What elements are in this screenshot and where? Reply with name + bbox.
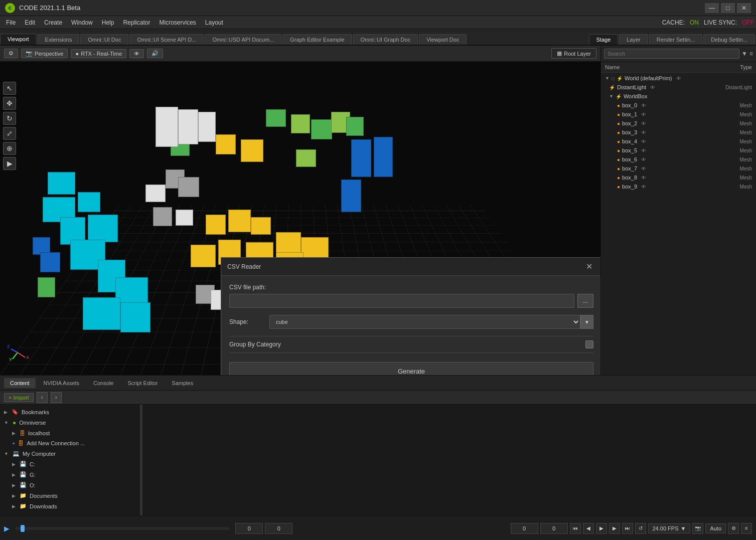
- next-btn[interactable]: ▶: [609, 523, 620, 534]
- import-button[interactable]: + Import: [4, 393, 34, 402]
- prev-frame-btn[interactable]: ⏮: [570, 523, 581, 534]
- stage-tab-debug[interactable]: Debug Settin...: [703, 34, 755, 45]
- menu-layout[interactable]: Layout: [201, 18, 227, 27]
- tree-item-worldbox[interactable]: ▼ ⚡ WorldBox: [601, 92, 756, 101]
- select-tool[interactable]: ↖: [3, 82, 16, 95]
- ft-bookmarks[interactable]: ▶ 🔖 Bookmarks: [0, 407, 140, 417]
- move-tool[interactable]: ✥: [3, 97, 16, 110]
- tab-omniusd[interactable]: Omni::USD API Docum...: [205, 34, 281, 45]
- tree-eye-box9[interactable]: 👁: [641, 184, 646, 190]
- expand-omniverse[interactable]: ▼: [4, 420, 9, 425]
- bottom-tab-content[interactable]: Content: [4, 378, 36, 388]
- timeline-start-input[interactable]: [235, 523, 263, 534]
- close-button[interactable]: ✕: [737, 3, 751, 13]
- expand-localhost[interactable]: ▶: [12, 431, 16, 436]
- bottom-tab-nvidia[interactable]: NVIDIA Assets: [38, 378, 86, 388]
- stage-tab-render[interactable]: Render Settin...: [649, 34, 702, 45]
- csv-path-input[interactable]: [229, 294, 574, 308]
- menu-create[interactable]: Create: [40, 18, 66, 27]
- bottom-tab-samples[interactable]: Samples: [166, 378, 199, 388]
- tree-item-box8[interactable]: ● box_8 👁 Mesh: [601, 173, 756, 182]
- tree-item-box2[interactable]: ● box_2 👁 Mesh: [601, 119, 756, 128]
- gizmo-tool[interactable]: ⊕: [3, 142, 16, 155]
- viewport-extra-btn[interactable]: 👁: [129, 49, 144, 58]
- search-filter-icon[interactable]: ▼: [741, 50, 747, 57]
- tree-eye-box1[interactable]: 👁: [641, 112, 646, 117]
- tree-item-box7[interactable]: ● box_7 👁 Mesh: [601, 164, 756, 173]
- tree-eye-box0[interactable]: 👁: [641, 103, 646, 108]
- bottom-tab-console[interactable]: Console: [87, 378, 119, 388]
- timeline-settings-btn[interactable]: ⚙: [728, 523, 739, 534]
- expand-mycomputer[interactable]: ▼: [4, 451, 9, 456]
- timeline-mid1-input[interactable]: [265, 523, 292, 534]
- ft-mycomputer[interactable]: ▼ 💻 My Computer: [0, 448, 140, 459]
- tab-omniscene[interactable]: Omni::UI Scene API D...: [129, 34, 204, 45]
- menu-edit[interactable]: Edit: [21, 18, 39, 27]
- tree-expand-world[interactable]: ▼: [605, 76, 610, 81]
- prev-btn[interactable]: ◀: [583, 523, 594, 534]
- menu-help[interactable]: Help: [98, 18, 118, 27]
- tree-item-world[interactable]: ▼ □ ⚡ World (defaultPrim) 👁: [601, 74, 756, 83]
- camera-sync-btn[interactable]: 📷: [692, 523, 703, 534]
- tree-eye-distantlight[interactable]: 👁: [650, 85, 655, 90]
- csv-browse-button[interactable]: ...: [577, 294, 593, 308]
- tree-eye-box5[interactable]: 👁: [641, 148, 646, 153]
- loop-btn[interactable]: ↺: [635, 523, 646, 534]
- ft-localhost[interactable]: ▶ 🗄 localhost: [0, 428, 140, 438]
- tree-item-box3[interactable]: ● box_3 👁 Mesh: [601, 128, 756, 137]
- nav-forward-button[interactable]: ›: [51, 392, 62, 403]
- expand-o[interactable]: ▶: [12, 483, 16, 488]
- tree-eye-box8[interactable]: 👁: [641, 175, 646, 181]
- rotate-tool[interactable]: ↻: [3, 112, 16, 125]
- tree-eye-box4[interactable]: 👁: [641, 139, 646, 144]
- expand-g[interactable]: ▶: [12, 472, 16, 477]
- tab-graph-editor[interactable]: Graph Editor Example: [282, 34, 352, 45]
- tree-item-box6[interactable]: ● box_6 👁 Mesh: [601, 155, 756, 164]
- stage-tab-layer[interactable]: Layer: [619, 34, 648, 45]
- tree-item-box4[interactable]: ● box_4 👁 Mesh: [601, 137, 756, 146]
- tab-omniui-doc[interactable]: Omni::UI Doc: [80, 34, 128, 45]
- tree-eye-box6[interactable]: 👁: [641, 157, 646, 162]
- expand-downloads[interactable]: ▶: [12, 504, 16, 509]
- viewport-3d-content[interactable]: X Y Z ↖ ✥ ↻ ⤢ ⊕ ▶: [0, 62, 600, 375]
- tree-eye-box2[interactable]: 👁: [641, 121, 646, 126]
- tree-eye-box3[interactable]: 👁: [641, 130, 646, 135]
- tree-eye-world[interactable]: 👁: [676, 76, 681, 81]
- tree-item-box9[interactable]: ● box_9 👁 Mesh: [601, 182, 756, 191]
- ft-drive-o[interactable]: ▶ 💾 O:: [0, 480, 140, 490]
- play-btn[interactable]: ▶: [596, 523, 607, 534]
- ft-drive-c[interactable]: ▶ 💾 C:: [0, 459, 140, 469]
- timeline-bar[interactable]: [16, 527, 229, 530]
- minimize-button[interactable]: —: [705, 3, 719, 13]
- ft-documents[interactable]: ▶ 📁 Documents: [0, 490, 140, 501]
- nav-back-button[interactable]: ‹: [37, 392, 48, 403]
- tree-item-box0[interactable]: ● box_0 👁 Mesh: [601, 101, 756, 110]
- ft-drive-g[interactable]: ▶ 💾 G:: [0, 469, 140, 480]
- shape-select-arrow[interactable]: ▼: [580, 315, 593, 329]
- tree-item-distantlight[interactable]: ⚡ DistantLight 👁 DistantLight: [601, 83, 756, 92]
- tree-item-box5[interactable]: ● box_5 👁 Mesh: [601, 146, 756, 155]
- tab-viewport-doc[interactable]: Viewport Doc: [419, 34, 467, 45]
- timeline-mid2-input[interactable]: [511, 523, 538, 534]
- scale-tool[interactable]: ⤢: [3, 127, 16, 140]
- tab-extensions[interactable]: Extensions: [38, 34, 80, 45]
- viewport-audio-btn[interactable]: 🔊: [147, 49, 163, 58]
- stage-tab-stage[interactable]: Stage: [589, 34, 619, 45]
- csv-reader-close-button[interactable]: ✕: [583, 261, 595, 272]
- timeline-playhead[interactable]: [21, 525, 25, 532]
- menu-microservices[interactable]: Microservices: [155, 18, 200, 27]
- menu-file[interactable]: File: [2, 18, 20, 27]
- tab-omniui-graph[interactable]: Omni::UI Graph Doc: [353, 34, 418, 45]
- viewport-settings-button[interactable]: ⚙: [4, 49, 18, 58]
- generate-button[interactable]: Generate: [229, 362, 593, 375]
- bottom-tab-script[interactable]: Script Editor: [121, 378, 164, 388]
- next-frame-btn[interactable]: ⏭: [622, 523, 633, 534]
- tab-viewport[interactable]: Viewport: [0, 34, 37, 45]
- expand-docs[interactable]: ▶: [12, 493, 16, 498]
- auto-mode-btn[interactable]: Auto: [705, 523, 726, 533]
- ft-omniverse[interactable]: ▼ ● Omniverse: [0, 417, 140, 428]
- expand-bookmarks[interactable]: ▶: [4, 410, 8, 415]
- shape-select[interactable]: cube sphere cylinder cone: [269, 315, 580, 329]
- maximize-button[interactable]: □: [721, 3, 735, 13]
- group-by-checkbox[interactable]: [585, 340, 593, 348]
